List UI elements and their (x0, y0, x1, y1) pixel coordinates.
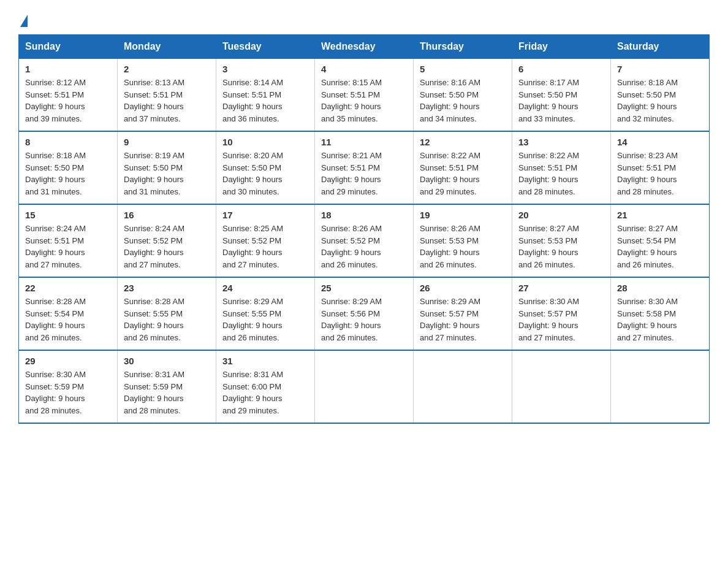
day-number: 30 (124, 356, 210, 366)
day-number: 17 (222, 210, 308, 220)
day-number: 13 (518, 137, 604, 147)
calendar-day-cell: 25Sunrise: 8:29 AMSunset: 5:56 PMDayligh… (315, 277, 414, 350)
weekday-header-wednesday: Wednesday (315, 35, 414, 59)
calendar-day-cell: 24Sunrise: 8:29 AMSunset: 5:55 PMDayligh… (216, 277, 315, 350)
day-info: Sunrise: 8:22 AMSunset: 5:51 PMDaylight:… (420, 150, 506, 197)
logo-triangle-icon (20, 15, 28, 27)
day-info: Sunrise: 8:21 AMSunset: 5:51 PMDaylight:… (321, 150, 407, 197)
calendar-table: SundayMondayTuesdayWednesdayThursdayFrid… (18, 34, 710, 424)
day-info: Sunrise: 8:30 AMSunset: 5:57 PMDaylight:… (518, 296, 604, 343)
calendar-day-cell: 20Sunrise: 8:27 AMSunset: 5:53 PMDayligh… (512, 204, 611, 277)
calendar-day-cell: 7Sunrise: 8:18 AMSunset: 5:50 PMDaylight… (611, 59, 710, 132)
day-number: 21 (617, 210, 703, 220)
calendar-day-cell: 11Sunrise: 8:21 AMSunset: 5:51 PMDayligh… (315, 131, 414, 204)
calendar-day-cell: 15Sunrise: 8:24 AMSunset: 5:51 PMDayligh… (19, 204, 118, 277)
day-number: 10 (222, 137, 308, 147)
day-number: 18 (321, 210, 407, 220)
calendar-day-cell: 10Sunrise: 8:20 AMSunset: 5:50 PMDayligh… (216, 131, 315, 204)
calendar-day-cell: 5Sunrise: 8:16 AMSunset: 5:50 PMDaylight… (414, 59, 512, 132)
calendar-day-cell (512, 350, 611, 423)
day-number: 16 (124, 210, 210, 220)
day-number: 24 (222, 283, 308, 293)
day-info: Sunrise: 8:23 AMSunset: 5:51 PMDaylight:… (617, 150, 703, 197)
day-number: 15 (25, 210, 111, 220)
day-info: Sunrise: 8:27 AMSunset: 5:53 PMDaylight:… (518, 223, 604, 270)
calendar-day-cell: 31Sunrise: 8:31 AMSunset: 6:00 PMDayligh… (216, 350, 315, 423)
calendar-day-cell: 28Sunrise: 8:30 AMSunset: 5:58 PMDayligh… (611, 277, 710, 350)
calendar-day-cell: 19Sunrise: 8:26 AMSunset: 5:53 PMDayligh… (414, 204, 512, 277)
calendar-day-cell: 16Sunrise: 8:24 AMSunset: 5:52 PMDayligh… (118, 204, 216, 277)
calendar-day-cell: 30Sunrise: 8:31 AMSunset: 5:59 PMDayligh… (118, 350, 216, 423)
day-number: 12 (420, 137, 506, 147)
calendar-day-cell: 21Sunrise: 8:27 AMSunset: 5:54 PMDayligh… (611, 204, 710, 277)
calendar-day-cell (315, 350, 414, 423)
day-info: Sunrise: 8:24 AMSunset: 5:52 PMDaylight:… (124, 223, 210, 270)
day-info: Sunrise: 8:15 AMSunset: 5:51 PMDaylight:… (321, 77, 407, 124)
calendar-day-cell: 13Sunrise: 8:22 AMSunset: 5:51 PMDayligh… (512, 131, 611, 204)
weekday-header-saturday: Saturday (611, 35, 710, 59)
day-number: 19 (420, 210, 506, 220)
day-number: 9 (124, 137, 210, 147)
day-number: 26 (420, 283, 506, 293)
day-number: 11 (321, 137, 407, 147)
day-info: Sunrise: 8:19 AMSunset: 5:50 PMDaylight:… (124, 150, 210, 197)
calendar-day-cell: 3Sunrise: 8:14 AMSunset: 5:51 PMDaylight… (216, 59, 315, 132)
day-info: Sunrise: 8:29 AMSunset: 5:55 PMDaylight:… (222, 296, 308, 343)
day-info: Sunrise: 8:17 AMSunset: 5:50 PMDaylight:… (518, 77, 604, 124)
calendar-day-cell: 1Sunrise: 8:12 AMSunset: 5:51 PMDaylight… (19, 59, 118, 132)
weekday-header-thursday: Thursday (414, 35, 512, 59)
day-info: Sunrise: 8:28 AMSunset: 5:55 PMDaylight:… (124, 296, 210, 343)
day-number: 29 (25, 356, 111, 366)
day-number: 14 (617, 137, 703, 147)
calendar-day-cell: 4Sunrise: 8:15 AMSunset: 5:51 PMDaylight… (315, 59, 414, 132)
day-number: 8 (25, 137, 111, 147)
day-info: Sunrise: 8:26 AMSunset: 5:52 PMDaylight:… (321, 223, 407, 270)
calendar-day-cell (611, 350, 710, 423)
calendar-day-cell (414, 350, 512, 423)
calendar-week-1: 1Sunrise: 8:12 AMSunset: 5:51 PMDaylight… (19, 59, 710, 132)
calendar-day-cell: 22Sunrise: 8:28 AMSunset: 5:54 PMDayligh… (19, 277, 118, 350)
weekday-header-sunday: Sunday (19, 35, 118, 59)
day-info: Sunrise: 8:27 AMSunset: 5:54 PMDaylight:… (617, 223, 703, 270)
day-info: Sunrise: 8:25 AMSunset: 5:52 PMDaylight:… (222, 223, 308, 270)
calendar-day-cell: 23Sunrise: 8:28 AMSunset: 5:55 PMDayligh… (118, 277, 216, 350)
day-info: Sunrise: 8:26 AMSunset: 5:53 PMDaylight:… (420, 223, 506, 270)
day-number: 25 (321, 283, 407, 293)
day-info: Sunrise: 8:29 AMSunset: 5:56 PMDaylight:… (321, 296, 407, 343)
calendar-day-cell: 29Sunrise: 8:30 AMSunset: 5:59 PMDayligh… (19, 350, 118, 423)
calendar-day-cell: 12Sunrise: 8:22 AMSunset: 5:51 PMDayligh… (414, 131, 512, 204)
day-number: 23 (124, 283, 210, 293)
day-number: 22 (25, 283, 111, 293)
day-info: Sunrise: 8:18 AMSunset: 5:50 PMDaylight:… (617, 77, 703, 124)
calendar-day-cell: 8Sunrise: 8:18 AMSunset: 5:50 PMDaylight… (19, 131, 118, 204)
weekday-header-friday: Friday (512, 35, 611, 59)
calendar-day-cell: 14Sunrise: 8:23 AMSunset: 5:51 PMDayligh… (611, 131, 710, 204)
calendar-day-cell: 9Sunrise: 8:19 AMSunset: 5:50 PMDaylight… (118, 131, 216, 204)
day-info: Sunrise: 8:31 AMSunset: 5:59 PMDaylight:… (124, 369, 210, 416)
calendar-week-3: 15Sunrise: 8:24 AMSunset: 5:51 PMDayligh… (19, 204, 710, 277)
day-number: 2 (124, 64, 210, 74)
weekday-header-monday: Monday (118, 35, 216, 59)
logo (18, 15, 28, 28)
day-number: 4 (321, 64, 407, 74)
calendar-header-row: SundayMondayTuesdayWednesdayThursdayFrid… (19, 35, 710, 59)
day-info: Sunrise: 8:12 AMSunset: 5:51 PMDaylight:… (25, 77, 111, 124)
day-number: 28 (617, 283, 703, 293)
day-info: Sunrise: 8:31 AMSunset: 6:00 PMDaylight:… (222, 369, 308, 416)
day-number: 3 (222, 64, 308, 74)
day-number: 27 (518, 283, 604, 293)
calendar-day-cell: 2Sunrise: 8:13 AMSunset: 5:51 PMDaylight… (118, 59, 216, 132)
day-info: Sunrise: 8:18 AMSunset: 5:50 PMDaylight:… (25, 150, 111, 197)
day-number: 7 (617, 64, 703, 74)
day-info: Sunrise: 8:22 AMSunset: 5:51 PMDaylight:… (518, 150, 604, 197)
day-info: Sunrise: 8:20 AMSunset: 5:50 PMDaylight:… (222, 150, 308, 197)
page-header (18, 15, 710, 28)
day-info: Sunrise: 8:24 AMSunset: 5:51 PMDaylight:… (25, 223, 111, 270)
day-info: Sunrise: 8:13 AMSunset: 5:51 PMDaylight:… (124, 77, 210, 124)
calendar-week-4: 22Sunrise: 8:28 AMSunset: 5:54 PMDayligh… (19, 277, 710, 350)
calendar-day-cell: 26Sunrise: 8:29 AMSunset: 5:57 PMDayligh… (414, 277, 512, 350)
day-info: Sunrise: 8:16 AMSunset: 5:50 PMDaylight:… (420, 77, 506, 124)
calendar-day-cell: 6Sunrise: 8:17 AMSunset: 5:50 PMDaylight… (512, 59, 611, 132)
day-number: 5 (420, 64, 506, 74)
day-number: 6 (518, 64, 604, 74)
